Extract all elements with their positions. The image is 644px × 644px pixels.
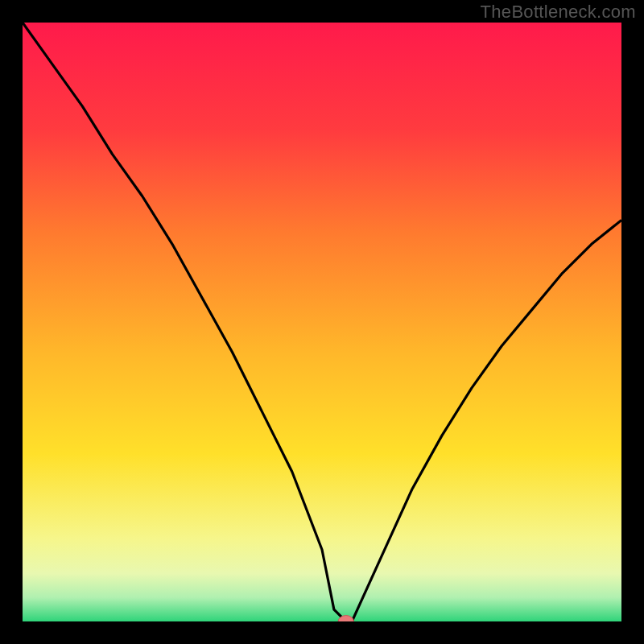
watermark-text: TheBottleneck.com bbox=[481, 2, 636, 23]
chart-frame: TheBottleneck.com bbox=[0, 0, 644, 644]
bottleneck-chart bbox=[23, 23, 621, 621]
gradient-background bbox=[23, 23, 621, 621]
